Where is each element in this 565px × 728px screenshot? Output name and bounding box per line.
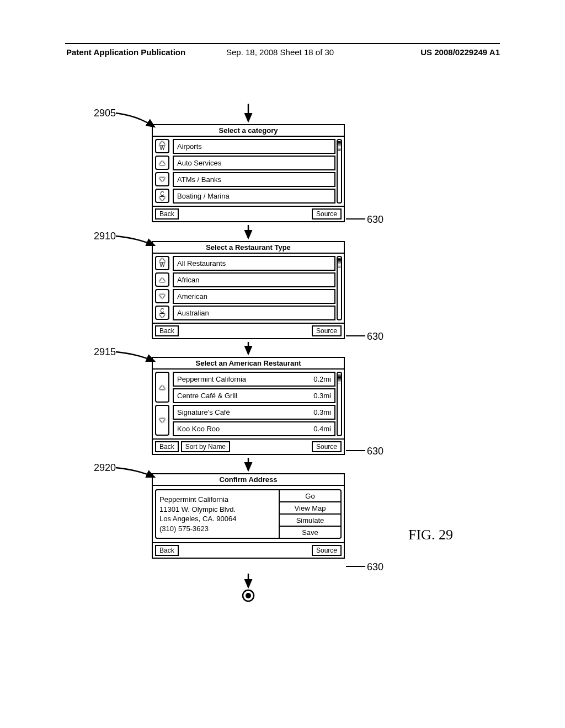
panel2-title: Select a Restaurant Type: [153, 242, 344, 254]
ref-2905: 2905: [94, 108, 116, 119]
nav-key-c-down[interactable]: C: [155, 189, 169, 203]
nav-key-up[interactable]: [155, 156, 169, 170]
list-item[interactable]: Australian: [173, 306, 335, 320]
nav-key-up[interactable]: [155, 372, 169, 403]
source-button[interactable]: Source: [312, 441, 342, 452]
header-mid: Sep. 18, 2008 Sheet 18 of 30: [226, 47, 334, 57]
simulate-button[interactable]: Simulate: [280, 515, 340, 527]
confirm-content: Peppermint California 11301 W. Olympic B…: [155, 489, 342, 539]
back-button[interactable]: Back: [155, 208, 179, 220]
source-button[interactable]: Source: [312, 208, 342, 220]
list-item[interactable]: Peppermint California0.2mi: [173, 372, 335, 387]
back-button[interactable]: Back: [155, 545, 179, 556]
panel1-nav: W C: [153, 137, 172, 206]
sort-button[interactable]: Sort by Name: [181, 441, 230, 452]
ref-630-d: 630: [367, 561, 383, 573]
svg-point-6: [246, 593, 251, 598]
address-line: (310) 575-3623: [159, 524, 275, 534]
nav-key-down[interactable]: [155, 405, 169, 436]
panel2-list: All Restaurants African American Austral…: [172, 254, 337, 323]
panel2-nav: W C: [153, 254, 172, 323]
nav-key-up[interactable]: [155, 272, 169, 287]
view-map-button[interactable]: View Map: [280, 502, 340, 515]
confirm-actions: Go View Map Simulate Save: [279, 490, 340, 538]
source-button[interactable]: Source: [312, 545, 342, 556]
address-line: Los Angeles, CA. 90064: [159, 514, 275, 524]
ref-2915: 2915: [94, 346, 116, 358]
address-block: Peppermint California 11301 W. Olympic B…: [156, 490, 279, 538]
panel3-scrollbar[interactable]: [337, 370, 342, 438]
back-button[interactable]: Back: [155, 441, 179, 452]
save-button[interactable]: Save: [280, 527, 340, 538]
list-item[interactable]: Centre Café & Grill0.3mi: [173, 388, 335, 403]
list-item[interactable]: Koo Koo Roo0.4mi: [173, 421, 335, 436]
ref-2920: 2920: [94, 462, 116, 474]
ref-630-b: 630: [367, 331, 383, 342]
list-item[interactable]: Signature's Café0.3mi: [173, 405, 335, 420]
header-rule: [65, 43, 500, 44]
nav-key-up-w[interactable]: W: [155, 139, 169, 153]
svg-point-5: [243, 590, 254, 601]
panel1-title: Select a category: [153, 125, 344, 137]
nav-key-up-w[interactable]: W: [155, 256, 169, 270]
list-item[interactable]: Auto Services: [173, 156, 335, 170]
panel3-nav: [153, 370, 172, 438]
ref-630-a: 630: [367, 214, 383, 226]
panel-select-category: Select a category W C Airports Auto Serv…: [152, 124, 345, 222]
ref-2910: 2910: [94, 231, 116, 242]
header-left: Patent Application Publication: [66, 47, 185, 57]
nav-key-down[interactable]: [155, 172, 169, 186]
nav-key-c-down[interactable]: C: [155, 306, 169, 320]
list-item[interactable]: All Restaurants: [173, 256, 335, 271]
list-item[interactable]: ATMs / Banks: [173, 172, 335, 187]
panel1-scrollbar[interactable]: [337, 137, 342, 206]
back-button[interactable]: Back: [155, 325, 179, 336]
panel3-title: Select an American Restaurant: [153, 358, 344, 370]
panel-select-american-restaurant: Select an American Restaurant Peppermint…: [152, 357, 345, 455]
address-line: 11301 W. Olympic Blvd.: [159, 505, 275, 515]
list-item[interactable]: Boating / Marina: [173, 189, 335, 204]
source-button[interactable]: Source: [312, 325, 342, 336]
header-right: US 2008/0229249 A1: [420, 47, 500, 57]
panel2-scrollbar[interactable]: [337, 254, 342, 323]
go-button[interactable]: Go: [280, 490, 340, 502]
ref-630-c: 630: [367, 446, 383, 457]
address-line: Peppermint California: [159, 495, 275, 505]
list-item[interactable]: Airports: [173, 139, 335, 154]
list-item[interactable]: American: [173, 289, 335, 304]
panel3-list: Peppermint California0.2mi Centre Café &…: [172, 370, 337, 438]
nav-key-down[interactable]: [155, 289, 169, 303]
panel4-title: Confirm Address: [153, 474, 344, 486]
panel1-list: Airports Auto Services ATMs / Banks Boat…: [172, 137, 337, 206]
figure-label: FIG. 29: [408, 527, 453, 543]
panel-confirm-address: Confirm Address Peppermint California 11…: [152, 473, 345, 559]
panel-select-restaurant-type: Select a Restaurant Type W C All Restaur…: [152, 241, 345, 339]
list-item[interactable]: African: [173, 272, 335, 287]
